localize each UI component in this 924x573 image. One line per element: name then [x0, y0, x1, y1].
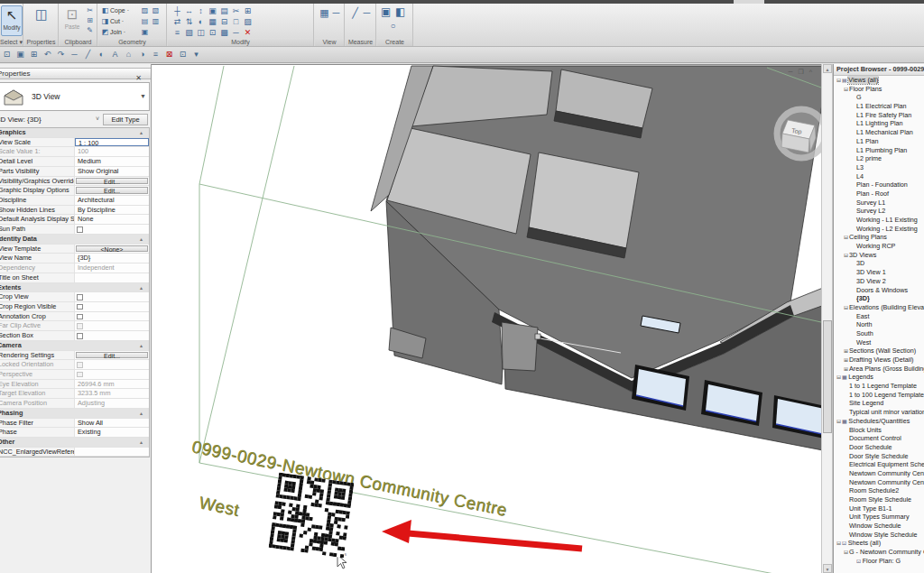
cut-icon[interactable]: ✂ — [85, 6, 95, 15]
edit-button[interactable]: <None> — [76, 245, 148, 253]
tree-item-west[interactable]: West — [834, 338, 924, 347]
checkbox[interactable] — [77, 304, 83, 310]
redo-icon[interactable]: ↷ — [54, 47, 68, 61]
tree-item-plan-roof[interactable]: Plan - Roof — [834, 189, 924, 199]
delete-icon[interactable]: ✕ — [242, 27, 254, 38]
tree-item-label[interactable]: Unit Type B1-1 — [849, 504, 892, 513]
tree-item-room-schedule2[interactable]: Room Schedule2 — [834, 486, 924, 495]
copy-icon[interactable]: ⊞ — [85, 16, 95, 25]
property-value[interactable]: Existing — [75, 428, 149, 437]
dimension-icon[interactable]: ─ — [362, 8, 372, 17]
tree-item-label[interactable]: Room Schedule2 — [849, 486, 899, 494]
open-icon[interactable]: ⊡ — [0, 47, 14, 61]
tree-item-typical-unit-minor-variation-no[interactable]: Typical unit minor variation no — [834, 408, 924, 417]
wall-opening-icon[interactable]: ▩ — [218, 27, 230, 38]
tree-item-1-to-100-legend-template[interactable]: 1 to 100 Legend Template — [834, 391, 924, 400]
tree-item-window-style-schedule[interactable]: Window Style Schedule — [834, 531, 924, 540]
group-collapse-icon[interactable]: ▴ — [140, 438, 149, 447]
instance-selector-value[interactable]: 3D View: {3D} — [0, 116, 42, 124]
match-icon[interactable]: ≡ — [171, 27, 183, 38]
tree-item-label[interactable]: Elevations (Building Elevation) — [849, 303, 924, 311]
tree-item-label[interactable]: Views (all) — [848, 76, 878, 84]
tree-item-l1-fire-safety-plan[interactable]: L1 Fire Safety Plan — [834, 111, 924, 120]
tree-item-label[interactable]: Area Plans (Gross Building) — [849, 365, 924, 373]
demolish-icon[interactable]: ▧ — [151, 6, 161, 15]
scrollbar-thumb[interactable] — [823, 320, 832, 433]
tree-item-label[interactable]: Plan - Roof — [856, 189, 889, 198]
property-value[interactable] — [75, 302, 149, 311]
properties-button[interactable]: ◫ — [31, 5, 52, 36]
tree-item-label[interactable]: Newtown Community Centre F — [849, 469, 924, 477]
tree-item-label[interactable]: Drafting Views (Detail) — [849, 356, 913, 364]
group-collapse-icon[interactable]: ▴ — [140, 128, 149, 137]
tree-item-working-rcp[interactable]: Working RCP — [834, 242, 924, 251]
tree-expander-icon[interactable]: ⊟ — [836, 540, 842, 548]
demolish-icon[interactable]: ─ — [230, 27, 242, 38]
tree-item-label[interactable]: L1 Plumbing Plan — [856, 146, 907, 154]
tree-item-label[interactable]: Newtown Community Centre R — [849, 478, 924, 486]
drawing-area[interactable]: Top ᴺ 0999-0029-Newtown Community Centre… — [152, 64, 821, 573]
tree-item-floor-plan-g[interactable]: ⊡ Floor Plan: G — [834, 557, 924, 566]
tree-expander-icon[interactable]: ⊟ — [836, 374, 842, 382]
tree-item-label[interactable]: 3D View 2 — [856, 277, 886, 285]
paint-icon[interactable]: ▧ — [183, 27, 195, 38]
aligned-dimension-icon[interactable]: ╱ — [81, 47, 95, 61]
tree-item-l1-mechanical-plan[interactable]: L1 Mechanical Plan — [834, 128, 924, 137]
modify-button[interactable]: ↖ Modify — [1, 5, 23, 36]
tree-item-label[interactable]: 1 to 100 Legend Template — [849, 391, 924, 399]
pin-icon[interactable]: ▦ — [207, 16, 218, 27]
tree-item-label[interactable]: Schedules/Quantities — [848, 417, 910, 425]
tree-item-label[interactable]: G — [856, 93, 862, 101]
tree-item-label[interactable]: L1 Plan — [856, 137, 878, 145]
property-value[interactable]: Edit... — [75, 186, 149, 195]
value-input[interactable]: 1 : 100 — [75, 138, 149, 147]
tree-item-label[interactable]: G - Newtown Community Cen — [849, 548, 924, 556]
tree-item-label[interactable]: L1 Electrical Plan — [856, 102, 907, 110]
extend-icon[interactable]: □ — [230, 16, 242, 27]
tree-expander-icon[interactable]: ⊟ — [836, 418, 842, 426]
customize-qat-icon[interactable]: ▾ — [189, 47, 203, 61]
property-value[interactable]: Show All — [75, 419, 149, 428]
tree-item-label[interactable]: North — [856, 320, 873, 328]
tree-item-label[interactable]: Electrical Equipment Schedule — [849, 460, 924, 468]
property-value[interactable] — [75, 273, 149, 282]
rotate-icon[interactable]: ↕ — [195, 5, 207, 16]
property-value[interactable]: None — [75, 215, 149, 224]
tree-item-south[interactable]: South — [834, 329, 924, 338]
tree-item-label[interactable]: Floor Plans — [849, 85, 882, 93]
tree-item-label[interactable]: L1 Fire Safety Plan — [856, 111, 911, 119]
chevron-down-icon[interactable]: ˅ — [96, 116, 99, 122]
tree-item-doors-windows[interactable]: Doors & Windows — [834, 286, 924, 295]
tree-item-label[interactable]: 3D — [856, 259, 864, 267]
tag-icon[interactable]: ◐ — [95, 47, 108, 61]
tree-item-label[interactable]: Ceiling Plans — [849, 233, 887, 241]
tree-expander-icon[interactable]: ⊟ — [843, 86, 849, 94]
tree-item-l2-prime[interactable]: L2 prime — [834, 154, 924, 163]
tree-item-l1-lighting-plan[interactable]: L1 Lighting Plan — [834, 119, 924, 128]
property-value[interactable]: Edit... — [75, 177, 149, 186]
tree-item-sheets-all[interactable]: ⊟⊡ Sheets (all) — [834, 539, 924, 548]
tree-item-label[interactable]: Door Schedule — [849, 443, 892, 451]
tree-item-floor-plans[interactable]: ⊟Floor Plans — [834, 85, 924, 94]
cope-button[interactable]: ◧Cope · — [100, 6, 129, 15]
tree-item-unit-types-summary[interactable]: Unit Types Summary — [834, 513, 924, 522]
tree-item-elevations-building-elevation[interactable]: ⊟Elevations (Building Elevation) — [834, 303, 924, 312]
property-value[interactable]: By Discipline — [75, 206, 149, 215]
cut-geometry-icon[interactable]: ◫ — [195, 27, 207, 38]
tree-item-label[interactable]: Document Control — [849, 434, 901, 442]
create-parts-icon[interactable]: ○ — [388, 22, 398, 31]
group-collapse-icon[interactable]: ▴ — [140, 235, 149, 244]
group-collapse-icon[interactable]: ▴ — [140, 341, 149, 350]
scale-icon[interactable]: ◐ — [195, 16, 207, 27]
tree-item-label[interactable]: East — [856, 312, 869, 320]
tree-item-site-legend[interactable]: Site Legend — [834, 399, 924, 408]
tree-item-label[interactable]: {3D} — [856, 294, 870, 302]
array-icon[interactable]: ⇅ — [183, 16, 195, 27]
tree-item-label[interactable]: L4 — [856, 172, 864, 180]
vertical-scrollbar[interactable]: ▲ ▼ — [821, 64, 833, 573]
tree-item-block-units[interactable]: Block Units — [834, 426, 924, 435]
tree-item-sections-wall-section[interactable]: ⊞Sections (Wall Section) — [834, 347, 924, 356]
edit-type-button[interactable]: Edit Type — [103, 114, 148, 125]
tree-item-3d-view-1[interactable]: 3D View 1 — [834, 268, 924, 277]
tree-item-label[interactable]: Doors & Windows — [856, 286, 908, 294]
